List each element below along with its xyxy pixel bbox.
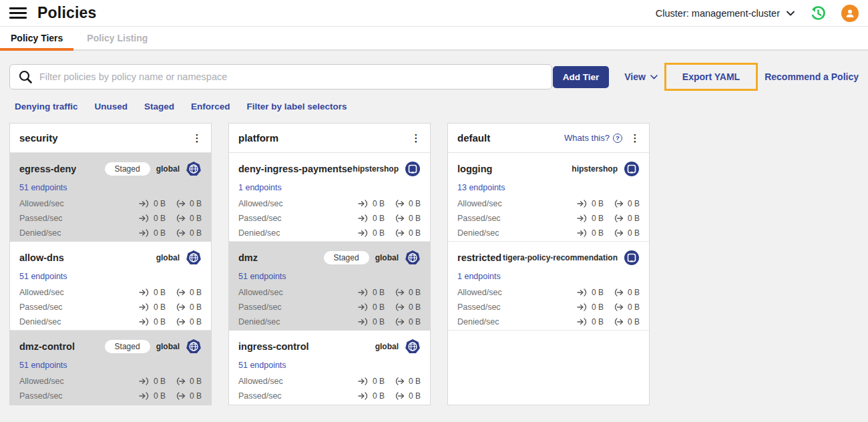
- ingress-icon: [577, 214, 588, 222]
- egress-value: 0 B: [190, 214, 202, 223]
- policy-card-dmz[interactable]: dmzStagedglobal 51 endpointsAllowed/sec …: [229, 242, 430, 331]
- policy-card-allow-dns[interactable]: allow-dnsglobal 51 endpointsAllowed/sec …: [10, 242, 211, 331]
- egress-value: 0 B: [409, 228, 421, 238]
- metric-label: Allowed/sec: [238, 377, 283, 386]
- tier-header-default: defaultWhats this??⋮: [448, 124, 649, 153]
- egress-icon: [175, 377, 186, 385]
- ingress-value: 0 B: [373, 214, 385, 223]
- quick-filter-staged[interactable]: Staged: [144, 101, 174, 112]
- egress-value: 0 B: [628, 302, 640, 312]
- cluster-selector[interactable]: Cluster: management-cluster: [656, 8, 795, 19]
- metric-row: Denied/sec 0 B 0 B: [238, 226, 421, 240]
- quick-filter-enforced[interactable]: Enforced: [191, 101, 230, 112]
- metric-label: Denied/sec: [457, 317, 499, 327]
- endpoints-link[interactable]: 51 endpoints: [19, 183, 67, 192]
- egress-icon: [175, 214, 186, 222]
- metric-row: Passed/sec 0 B 0 B: [19, 300, 202, 314]
- tab-policy-tiers[interactable]: Policy Tiers: [9, 27, 64, 49]
- metric-label: Passed/sec: [238, 214, 282, 223]
- ingress-value: 0 B: [373, 199, 385, 208]
- policy-search-input[interactable]: [39, 71, 544, 82]
- policy-card-ingress-control[interactable]: ingress-controlglobal 51 endpointsAllowe…: [229, 331, 430, 405]
- metric-row: Allowed/sec 0 B 0 B: [238, 374, 421, 389]
- export-yaml-highlight-box: Export YAML: [664, 63, 758, 91]
- metric-row: Passed/sec 0 B 0 B: [238, 300, 421, 314]
- egress-value: 0 B: [409, 302, 421, 312]
- policy-scope-label: tigera-policy-recommendation: [503, 253, 618, 262]
- endpoints-link[interactable]: 51 endpoints: [238, 361, 286, 370]
- ingress-value: 0 B: [154, 228, 166, 238]
- egress-value: 0 B: [628, 317, 640, 327]
- metric-row: Passed/sec 0 B 0 B: [19, 389, 202, 403]
- ingress-value: 0 B: [154, 302, 166, 312]
- egress-icon: [613, 318, 624, 326]
- policy-card-logging[interactable]: logginghipstershop 13 endpointsAllowed/s…: [448, 153, 649, 242]
- policy-card-restricted[interactable]: restrictedtigera-policy-recommendation 1…: [448, 242, 649, 331]
- tier-column-security: security⋮egress-denyStagedglobal 51 endp…: [9, 123, 212, 405]
- ingress-icon: [577, 288, 588, 296]
- metric-label: Passed/sec: [457, 214, 501, 223]
- ingress-icon: [577, 318, 588, 326]
- endpoints-link[interactable]: 51 endpoints: [19, 272, 67, 281]
- quick-filter-filter-by-label-selectors[interactable]: Filter by label selectors: [247, 101, 347, 112]
- ingress-value: 0 B: [154, 214, 166, 223]
- metric-label: Passed/sec: [19, 302, 63, 312]
- staged-badge: Staged: [105, 162, 150, 176]
- tier-menu-kebab-icon[interactable]: ⋮: [628, 130, 642, 147]
- metric-label: Allowed/sec: [19, 377, 64, 386]
- metric-label: Denied/sec: [19, 317, 61, 327]
- export-yaml-button[interactable]: Export YAML: [682, 71, 740, 82]
- recommend-policy-button[interactable]: Recommend a Policy: [765, 71, 859, 82]
- policy-card-deny-ingress-paymentservi[interactable]: deny-ingress-paymentservi…hipstershop 1 …: [229, 153, 430, 242]
- egress-icon: [613, 288, 624, 296]
- ingress-value: 0 B: [592, 214, 604, 223]
- tier-column-platform: platform⋮deny-ingress-paymentservi…hipst…: [228, 123, 431, 405]
- egress-value: 0 B: [628, 214, 640, 223]
- tier-menu-kebab-icon[interactable]: ⋮: [190, 130, 204, 147]
- ingress-icon: [358, 229, 369, 237]
- endpoints-link[interactable]: 51 endpoints: [19, 361, 67, 370]
- history-button[interactable]: [809, 5, 827, 22]
- endpoints-link[interactable]: 1 endpoints: [238, 183, 282, 192]
- metric-label: Passed/sec: [238, 391, 282, 401]
- egress-value: 0 B: [409, 214, 421, 223]
- hamburger-menu-icon[interactable]: [9, 5, 27, 22]
- policy-scope-label: global: [375, 253, 399, 262]
- endpoints-link[interactable]: 13 endpoints: [457, 183, 505, 192]
- ingress-value: 0 B: [373, 317, 385, 327]
- metric-label: Passed/sec: [238, 302, 282, 312]
- tab-policy-listing[interactable]: Policy Listing: [85, 27, 149, 49]
- endpoints-link[interactable]: 1 endpoints: [457, 272, 501, 281]
- metric-label: Denied/sec: [19, 228, 61, 238]
- add-tier-button[interactable]: Add Tier: [553, 66, 610, 88]
- staged-badge: Staged: [324, 251, 369, 264]
- view-dropdown-button[interactable]: View: [624, 71, 658, 82]
- chevron-down-icon: [787, 11, 795, 16]
- egress-icon: [613, 214, 624, 222]
- metric-row: Denied/sec 0 B 0 B: [457, 314, 640, 329]
- quick-filter-unused[interactable]: Unused: [95, 101, 128, 112]
- egress-icon: [394, 200, 405, 208]
- egress-value: 0 B: [190, 228, 202, 238]
- chevron-down-icon: [650, 75, 658, 79]
- quick-filter-denying-traffic[interactable]: Denying traffic: [15, 101, 78, 112]
- policy-card-dmz-control[interactable]: dmz-controlStagedglobal 51 endpointsAllo…: [10, 331, 211, 405]
- metric-label: Allowed/sec: [19, 199, 64, 208]
- policy-name: dmz-control: [19, 341, 75, 352]
- user-icon: [845, 8, 855, 19]
- ingress-value: 0 B: [373, 377, 385, 386]
- user-avatar[interactable]: [841, 5, 859, 22]
- egress-icon: [394, 318, 405, 326]
- ingress-value: 0 B: [592, 302, 604, 312]
- tier-menu-kebab-icon[interactable]: ⋮: [409, 130, 423, 147]
- policy-search-box[interactable]: [9, 64, 552, 89]
- ingress-value: 0 B: [373, 288, 385, 297]
- egress-icon: [175, 288, 186, 296]
- metric-label: Passed/sec: [457, 302, 501, 312]
- policy-card-egress-deny[interactable]: egress-denyStagedglobal 51 endpointsAllo…: [10, 153, 211, 242]
- endpoints-link[interactable]: 51 endpoints: [238, 272, 286, 281]
- egress-icon: [394, 377, 405, 385]
- egress-icon: [394, 392, 405, 400]
- whats-this-link[interactable]: Whats this??: [564, 133, 622, 143]
- ingress-icon: [358, 200, 369, 208]
